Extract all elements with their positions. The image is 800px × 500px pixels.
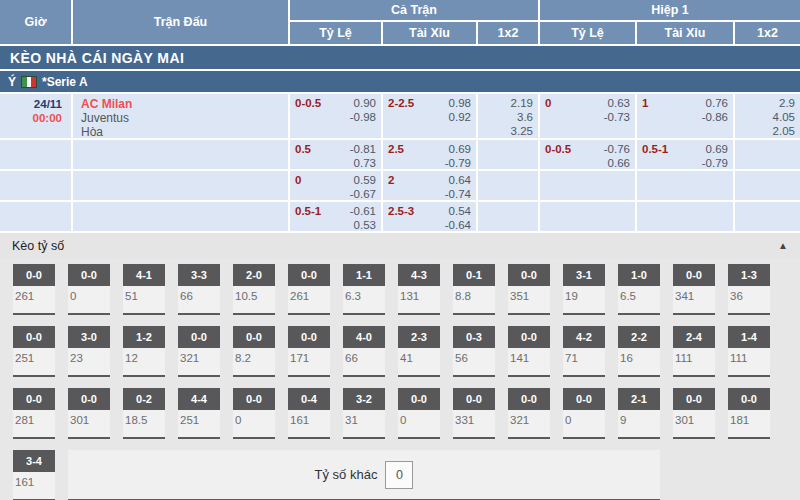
score-cell[interactable]: 4-066 [343, 326, 385, 377]
score-odd: 36 [728, 286, 770, 313]
score-cell[interactable]: 0-0341 [673, 264, 715, 315]
score-cell[interactable]: 1-4111 [728, 326, 770, 377]
score-label: 4-3 [398, 264, 440, 286]
score-cell[interactable]: 0-0251 [13, 326, 55, 377]
score-cell[interactable]: 0-0321 [508, 388, 550, 439]
score-cell[interactable]: 3-4 161 [13, 450, 55, 500]
score-label: 0-0 [398, 388, 440, 410]
h1-handicap-cell[interactable]: 0-0.5 -0.760.66 [540, 140, 635, 169]
score-label: 0-0 [728, 388, 770, 410]
score-odd: 0 [68, 286, 110, 313]
score-cell[interactable]: 0-0301 [68, 388, 110, 439]
league-name: *Serie A [42, 75, 88, 89]
match-date: 24/11 [5, 97, 62, 111]
score-cell[interactable]: 0-218.5 [123, 388, 165, 439]
overunder-line: 0.5-1 [642, 142, 668, 156]
score-cell[interactable]: 0-4161 [288, 388, 330, 439]
score-cell[interactable]: 1-212 [123, 326, 165, 377]
ft-overunder-cell[interactable]: 2.5 0.69-0.79 [383, 140, 476, 169]
ft-1x2-cell[interactable]: 2.193.63.25 [478, 94, 538, 138]
score-cell[interactable]: 4-271 [563, 326, 605, 377]
score-cell[interactable]: 0-18.8 [453, 264, 495, 315]
overunder-odds: 0.76-0.86 [702, 96, 728, 124]
h1-overunder-cell[interactable]: 0.5-1 0.69-0.79 [637, 140, 733, 169]
score-cell[interactable]: 0-356 [453, 326, 495, 377]
score-cell[interactable]: 1-16.3 [343, 264, 385, 315]
score-cell[interactable]: 2-4111 [673, 326, 715, 377]
match-time: 00:00 [5, 111, 62, 125]
empty-cell [637, 202, 733, 231]
score-cell[interactable]: 0-0261 [288, 264, 330, 315]
score-row: 0-02810-03010-218.54-42510-000-41613-231… [13, 388, 800, 439]
score-odd: 331 [453, 410, 495, 437]
score-cell[interactable]: 2-216 [618, 326, 660, 377]
score-cell[interactable]: 4-3131 [398, 264, 440, 315]
score-cell[interactable]: 0-0261 [13, 264, 55, 315]
ft-overunder-cell[interactable]: 2.5-3 0.54-0.64 [383, 202, 476, 231]
score-label: 1-1 [343, 264, 385, 286]
score-cell[interactable]: 2-010.5 [233, 264, 275, 315]
home-team: AC Milan [81, 97, 283, 111]
score-section-header[interactable]: Kèo tỷ số ▲ [0, 233, 800, 258]
overunder-line: 1 [642, 96, 648, 110]
score-odd: 16 [618, 348, 660, 375]
h1-1x2-cell[interactable]: 2.94.052.05 [735, 94, 800, 138]
score-odd: 51 [123, 286, 165, 313]
ft-handicap-cell[interactable]: 0.5 -0.810.73 [290, 140, 381, 169]
score-cell[interactable]: 3-231 [343, 388, 385, 439]
score-label: 0-0 [673, 388, 715, 410]
match-time-cell: 24/11 00:00 [0, 94, 71, 138]
score-label: 0-0 [13, 264, 55, 286]
score-label: 0-0 [508, 388, 550, 410]
other-score-cell[interactable]: Tỷ số khác 0 [68, 450, 660, 500]
other-score-value-box[interactable]: 0 [385, 461, 413, 489]
column-header-time: Giờ [0, 0, 71, 44]
handicap-odds: 0.90-0.98 [350, 96, 376, 124]
ft-overunder-cell[interactable]: 2 0.64-0.74 [383, 171, 476, 200]
handicap-line: 0.5-1 [295, 204, 321, 218]
league-row[interactable]: Ý *Serie A [0, 71, 800, 92]
score-cell[interactable]: 0-0171 [288, 326, 330, 377]
score-cell[interactable]: 2-19 [618, 388, 660, 439]
score-cell[interactable]: 4-4251 [178, 388, 220, 439]
score-cell[interactable]: 3-366 [178, 264, 220, 315]
score-cell[interactable]: 1-06.5 [618, 264, 660, 315]
empty-cell [735, 140, 800, 169]
score-cell[interactable]: 0-0181 [728, 388, 770, 439]
score-odd: 321 [178, 348, 220, 375]
score-odd: 0 [563, 410, 605, 437]
score-cell[interactable]: 0-00 [233, 388, 275, 439]
score-cell[interactable]: 0-0331 [453, 388, 495, 439]
ft-overunder-cell[interactable]: 2-2.5 0.980.92 [383, 94, 476, 138]
score-cell[interactable]: 0-0321 [178, 326, 220, 377]
h1-overunder-cell[interactable]: 1 0.76-0.86 [637, 94, 733, 138]
ft-handicap-cell[interactable]: 0.5-1 -0.610.53 [290, 202, 381, 231]
score-cell[interactable]: 0-08.2 [233, 326, 275, 377]
score-cell[interactable]: 0-0351 [508, 264, 550, 315]
match-teams-cell[interactable]: AC Milan Juventus Hòa [73, 94, 288, 138]
score-label: 1-2 [123, 326, 165, 348]
score-cell[interactable]: 0-00 [398, 388, 440, 439]
collapse-triangle-icon[interactable]: ▲ [778, 240, 788, 251]
score-cell[interactable]: 0-0281 [13, 388, 55, 439]
score-odd: 261 [13, 286, 55, 313]
ft-handicap-cell[interactable]: 0-0.5 0.90-0.98 [290, 94, 381, 138]
ft-handicap-cell[interactable]: 0 0.59-0.67 [290, 171, 381, 200]
score-odd: 8.8 [453, 286, 495, 313]
score-cell[interactable]: 2-341 [398, 326, 440, 377]
italy-flag-icon [21, 76, 37, 88]
h1-handicap-cell[interactable]: 0 0.63-0.73 [540, 94, 635, 138]
empty-cell [637, 171, 733, 200]
group-header-first-half: Hiệp 1 [540, 0, 800, 20]
score-cell[interactable]: 4-151 [123, 264, 165, 315]
score-cell[interactable]: 0-0301 [673, 388, 715, 439]
empty-cell [73, 171, 288, 200]
score-cell[interactable]: 1-336 [728, 264, 770, 315]
score-cell[interactable]: 3-119 [563, 264, 605, 315]
score-cell[interactable]: 0-0141 [508, 326, 550, 377]
score-cell[interactable]: 0-00 [563, 388, 605, 439]
handicap-line: 0-0.5 [295, 96, 321, 110]
score-label: 0-0 [233, 388, 275, 410]
score-cell[interactable]: 3-023 [68, 326, 110, 377]
score-cell[interactable]: 0-00 [68, 264, 110, 315]
